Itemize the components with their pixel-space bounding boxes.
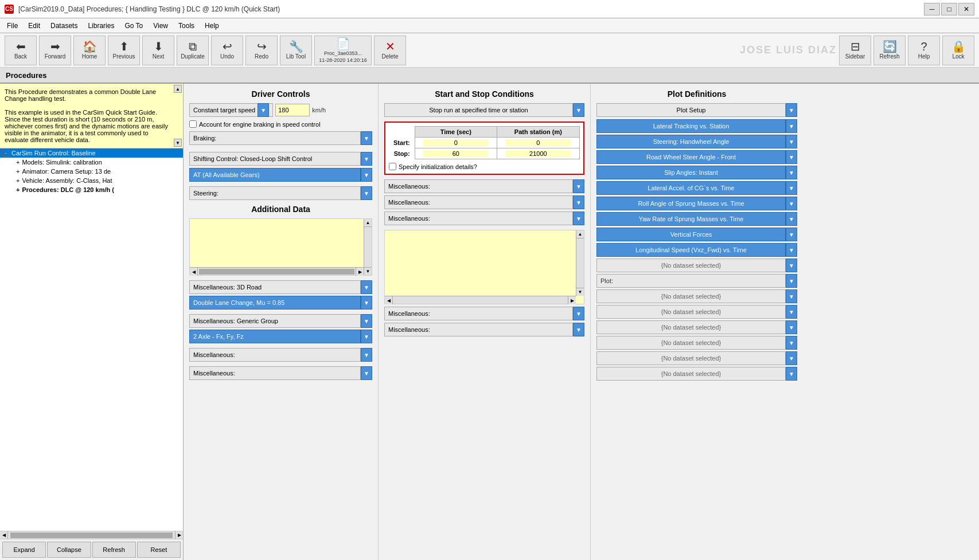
refresh-button[interactable]: 🔄 Refresh — [873, 36, 906, 65]
hscroll2-left[interactable]: ◀ — [190, 268, 198, 276]
road-value-arrow[interactable]: ▼ — [361, 296, 372, 310]
plot-item-2-arrow[interactable]: ▼ — [786, 150, 797, 164]
plot-item-4-arrow[interactable]: ▼ — [786, 181, 797, 195]
tree-root-expand[interactable]: - — [2, 150, 9, 156]
help-button[interactable]: ? Help — [908, 36, 940, 65]
plot-setup-arrow[interactable]: ▼ — [786, 103, 797, 117]
menu-goto[interactable]: Go To — [120, 19, 147, 32]
misc1-arrow[interactable]: ▼ — [361, 348, 372, 362]
plot-item-1-arrow[interactable]: ▼ — [786, 135, 797, 148]
speed-value-input[interactable] — [275, 104, 310, 116]
ss-hscroll-left[interactable]: ◀ — [385, 296, 393, 304]
plot-item-7-arrow[interactable]: ▼ — [786, 228, 797, 241]
no-data-4-arrow[interactable]: ▼ — [786, 336, 797, 350]
tree-root-item[interactable]: - CarSim Run Control: Baseline — [0, 148, 183, 158]
menu-edit[interactable]: Edit — [24, 19, 45, 32]
previous-button[interactable]: ⬆ Previous — [108, 36, 140, 65]
plot-item-5-arrow[interactable]: ▼ — [786, 197, 797, 210]
sidebar-refresh-button[interactable]: Refresh — [92, 542, 136, 558]
reset-button[interactable]: Reset — [137, 542, 181, 558]
sidebar-scroll-up[interactable]: ▲ — [174, 85, 182, 93]
misc-ss-2-arrow[interactable]: ▼ — [573, 195, 584, 209]
vscroll-up[interactable]: ▲ — [364, 219, 372, 227]
tree-child-4[interactable]: + Procedures: DLC @ 120 km/h ( — [0, 185, 183, 194]
maximize-button[interactable]: □ — [941, 3, 957, 15]
tree-child-4-expand[interactable]: + — [16, 186, 19, 193]
plot-item-8-arrow[interactable]: ▼ — [786, 243, 797, 257]
menu-help[interactable]: Help — [200, 19, 224, 32]
vscroll-down[interactable]: ▼ — [364, 267, 372, 275]
no-data-5-arrow[interactable]: ▼ — [786, 351, 797, 365]
next-button[interactable]: ⬇ Next — [142, 36, 174, 65]
plot-item-3-arrow[interactable]: ▼ — [786, 166, 797, 179]
stop-station-input[interactable] — [505, 150, 571, 157]
delete-button[interactable]: ✕ Delete — [374, 36, 406, 65]
at-arrow[interactable]: ▼ — [361, 168, 372, 182]
stop-label: Stop: — [389, 148, 415, 159]
no-data-2-arrow[interactable]: ▼ — [786, 305, 797, 319]
plot-label-arrow[interactable]: ▼ — [786, 274, 797, 288]
sidebar-scroll-down[interactable]: ▼ — [174, 139, 182, 147]
start-station-input[interactable] — [505, 139, 571, 146]
libtool-button[interactable]: 🔧 Lib Tool — [280, 36, 312, 65]
ss-vscroll-down[interactable]: ▼ — [576, 288, 584, 296]
tree-child-2-expand[interactable]: + — [16, 168, 19, 175]
back-button[interactable]: ⬅ Back — [5, 36, 37, 65]
stop-header-arrow[interactable]: ▼ — [573, 103, 584, 117]
minimize-button[interactable]: ─ — [924, 3, 940, 15]
vscroll-track — [364, 227, 372, 267]
hscroll2-right[interactable]: ▶ — [356, 268, 364, 276]
speed-mode-arrow[interactable]: ▼ — [258, 103, 269, 117]
home-button[interactable]: 🏠 Home — [73, 36, 106, 65]
menu-file[interactable]: File — [2, 19, 22, 32]
engine-braking-checkbox[interactable] — [189, 120, 197, 128]
specify-checkbox[interactable] — [389, 163, 396, 170]
additional-data-input[interactable] — [190, 219, 364, 267]
speed-mode-dropdown[interactable]: Constant target speed ▼ — [189, 103, 273, 117]
menu-datasets[interactable]: Datasets — [46, 19, 82, 32]
tree-child-2[interactable]: + Animator: Camera Setup: 13 de — [0, 167, 183, 176]
ss-vscroll-up[interactable]: ▲ — [576, 230, 584, 238]
plot-item-0-arrow[interactable]: ▼ — [786, 119, 797, 133]
stop-time-input[interactable] — [423, 150, 488, 157]
tree-child-3[interactable]: + Vehicle: Assembly: C-Class, Hat — [0, 176, 183, 185]
misc2-arrow[interactable]: ▼ — [361, 366, 372, 380]
expand-button[interactable]: Expand — [2, 542, 46, 558]
hscroll-left[interactable]: ◀ — [0, 531, 8, 539]
no-data-3-arrow[interactable]: ▼ — [786, 320, 797, 334]
generic-value-arrow[interactable]: ▼ — [361, 330, 372, 343]
misc-ss-5-arrow[interactable]: ▼ — [573, 323, 584, 336]
braking-arrow[interactable]: ▼ — [361, 131, 372, 145]
tree-child-1[interactable]: + Models: Simulink: calibration — [0, 158, 183, 167]
menu-libraries[interactable]: Libraries — [83, 19, 119, 32]
misc-ss-1-arrow[interactable]: ▼ — [573, 179, 584, 193]
collapse-button[interactable]: Collapse — [47, 542, 91, 558]
generic-arrow[interactable]: ▼ — [361, 314, 372, 328]
menu-view[interactable]: View — [149, 19, 173, 32]
parsfile-button[interactable]: 📄 Proc_3ae0353... 11-28-2020 14:20:16 — [314, 36, 372, 65]
hscroll-right[interactable]: ▶ — [175, 531, 183, 539]
no-data-0-arrow[interactable]: ▼ — [786, 259, 797, 272]
duplicate-button[interactable]: ⧉ Duplicate — [177, 36, 209, 65]
tree-child-3-expand[interactable]: + — [16, 177, 19, 184]
no-data-1-arrow[interactable]: ▼ — [786, 289, 797, 303]
ss-hscroll-right[interactable]: ▶ — [568, 296, 576, 304]
shifting-arrow[interactable]: ▼ — [361, 152, 372, 166]
redo-button[interactable]: ↪ Redo — [245, 36, 278, 65]
steering-arrow[interactable]: ▼ — [361, 186, 372, 200]
sidebar-button[interactable]: ⊟ Sidebar — [839, 36, 871, 65]
no-data-6-arrow[interactable]: ▼ — [786, 367, 797, 381]
menu-tools[interactable]: Tools — [174, 19, 199, 32]
forward-button[interactable]: ➡ Forward — [39, 36, 71, 65]
undo-button[interactable]: ↩ Undo — [211, 36, 243, 65]
lock-button[interactable]: 🔒 Lock — [942, 36, 974, 65]
sidebar-desc-text: This Procedure demonstrates a common Dou… — [5, 88, 178, 143]
plot-item-6-arrow[interactable]: ▼ — [786, 212, 797, 226]
start-time-input[interactable] — [423, 139, 488, 146]
road-arrow[interactable]: ▼ — [361, 280, 372, 294]
close-button[interactable]: ✕ — [958, 3, 974, 15]
misc-ss-3-arrow[interactable]: ▼ — [573, 212, 584, 225]
tree-child-1-expand[interactable]: + — [16, 159, 19, 166]
start-label: Start: — [389, 138, 415, 148]
misc-ss-4-arrow[interactable]: ▼ — [573, 307, 584, 320]
